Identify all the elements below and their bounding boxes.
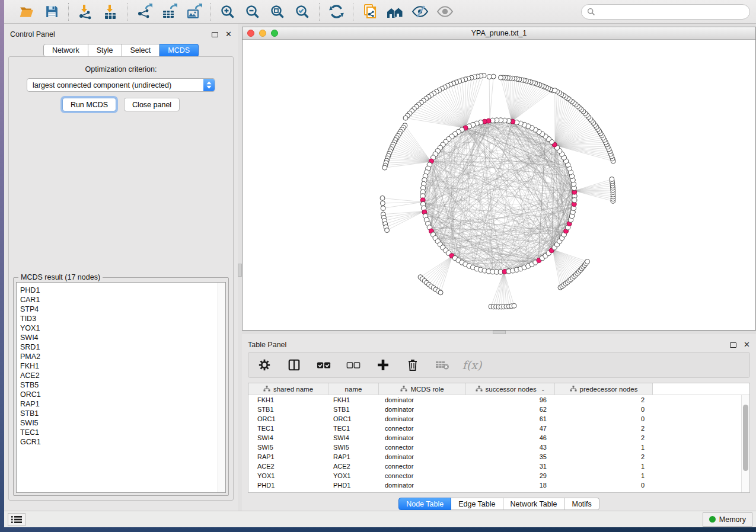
cell-mcds_role[interactable]: connector <box>379 444 466 451</box>
cell-successor_nodes[interactable]: 46 <box>466 434 555 441</box>
result-list-item[interactable]: SWI4 <box>20 333 225 342</box>
cell-successor_nodes[interactable]: 62 <box>466 406 555 413</box>
zoom-in-icon[interactable] <box>219 3 237 21</box>
network-canvas[interactable] <box>243 40 755 330</box>
cell-shared_name[interactable]: ORC1 <box>248 415 328 422</box>
cell-shared_name[interactable]: SWI4 <box>248 434 328 441</box>
deselect-all-checkboxes-icon[interactable] <box>346 357 361 373</box>
cell-successor_nodes[interactable]: 61 <box>466 415 555 422</box>
cell-mcds_role[interactable]: dominator <box>379 453 466 460</box>
column-header-MCDS-role[interactable]: MCDS role <box>379 383 466 395</box>
cell-name[interactable]: PHD1 <box>328 482 379 489</box>
table-row[interactable]: RAP1RAP1dominator352 <box>248 452 741 462</box>
cell-predecessor_nodes[interactable]: 2 <box>555 396 653 403</box>
result-list-item[interactable]: STB5 <box>20 380 225 390</box>
table-row[interactable]: YOX1YOX1connector291 <box>248 471 741 480</box>
result-list-item[interactable]: RAP1 <box>20 399 225 409</box>
cell-mcds_role[interactable]: dominator <box>379 415 466 422</box>
vertical-splitter[interactable] <box>238 24 242 511</box>
export-table-icon[interactable] <box>160 3 178 21</box>
result-list-item[interactable]: PHD1 <box>20 286 225 295</box>
clone-network-icon[interactable] <box>361 3 379 21</box>
task-history-button[interactable] <box>8 513 25 526</box>
cell-name[interactable]: SWI4 <box>328 434 379 441</box>
cell-name[interactable]: TEC1 <box>328 425 379 432</box>
cell-shared_name[interactable]: YOX1 <box>248 472 328 479</box>
export-image-icon[interactable] <box>185 3 203 21</box>
tab-mcds[interactable]: MCDS <box>160 44 199 57</box>
zoom-selected-icon[interactable] <box>294 3 311 21</box>
cell-name[interactable]: ACE2 <box>328 463 379 470</box>
result-list-item[interactable]: SRD1 <box>20 342 225 352</box>
cell-predecessor_nodes[interactable]: 0 <box>555 406 653 413</box>
cell-name[interactable]: RAP1 <box>328 453 379 460</box>
optimization-criterion-dropdown[interactable]: largest connected component (undirected) <box>27 78 215 92</box>
cell-mcds_role[interactable]: dominator <box>379 482 466 489</box>
cell-successor_nodes[interactable]: 43 <box>466 444 555 451</box>
cell-name[interactable]: SWI5 <box>328 444 379 451</box>
cell-successor_nodes[interactable]: 47 <box>466 425 555 432</box>
cell-successor_nodes[interactable]: 29 <box>466 472 555 479</box>
control-panel-float-icon[interactable] <box>212 32 218 37</box>
table-panel-float-icon[interactable] <box>730 342 736 348</box>
result-list-item[interactable]: YOX1 <box>20 323 225 333</box>
table-row[interactable]: SWI5SWI5connector431 <box>248 443 741 452</box>
cell-shared_name[interactable]: PHD1 <box>248 482 328 489</box>
cell-predecessor_nodes[interactable]: 0 <box>555 415 653 422</box>
tab-select[interactable]: Select <box>122 44 160 57</box>
column-header-name[interactable]: name <box>328 383 379 395</box>
cell-successor_nodes[interactable]: 31 <box>466 463 555 470</box>
close-panel-button[interactable]: Close panel <box>124 98 180 111</box>
add-column-icon[interactable] <box>375 357 391 373</box>
cell-successor_nodes[interactable]: 96 <box>466 396 555 403</box>
result-list-item[interactable]: TID3 <box>20 314 225 323</box>
cell-predecessor_nodes[interactable]: 0 <box>555 482 653 489</box>
table-scrollbar-thumb[interactable] <box>743 405 748 471</box>
cell-successor_nodes[interactable]: 18 <box>466 482 555 489</box>
open-file-icon[interactable] <box>18 3 36 21</box>
table-row[interactable]: TEC1TEC1connector472 <box>248 424 741 433</box>
cell-name[interactable]: YOX1 <box>328 472 379 479</box>
table-row[interactable]: ORC1ORC1dominator610 <box>248 414 741 424</box>
result-list-item[interactable]: STB1 <box>20 409 225 418</box>
cell-mcds_role[interactable]: connector <box>379 463 466 470</box>
cell-predecessor_nodes[interactable]: 2 <box>555 453 653 460</box>
vertical-splitter-handle[interactable] <box>238 264 242 277</box>
tab-style[interactable]: Style <box>88 44 122 57</box>
cell-shared_name[interactable]: RAP1 <box>248 453 328 460</box>
tab-node-table[interactable]: Node Table <box>398 498 451 510</box>
import-network-icon[interactable] <box>76 3 94 21</box>
settings-gear-icon[interactable] <box>257 357 272 373</box>
cell-mcds_role[interactable]: connector <box>379 472 466 479</box>
network-view-titlebar[interactable]: YPA_prune.txt_1 <box>243 27 755 40</box>
table-row[interactable]: STB1STB1dominator620 <box>248 405 741 414</box>
column-layout-icon[interactable] <box>286 357 302 373</box>
tab-edge-table[interactable]: Edge Table <box>451 498 503 510</box>
cell-successor_nodes[interactable]: 35 <box>466 453 555 460</box>
result-list-item[interactable]: ORC1 <box>20 390 225 399</box>
first-neighbors-icon[interactable] <box>386 3 404 21</box>
tab-motifs[interactable]: Motifs <box>564 498 599 510</box>
cell-shared_name[interactable]: SWI5 <box>248 444 328 451</box>
cell-name[interactable]: STB1 <box>328 406 379 413</box>
run-mcds-button[interactable]: Run MCDS <box>62 98 116 111</box>
table-row[interactable]: PHD1PHD1dominator180 <box>248 480 741 490</box>
mcds-result-list[interactable]: PHD1CAR1STP4TID3YOX1SWI4SRD1PMA2FKH1ACE2… <box>16 282 226 493</box>
export-network-icon[interactable] <box>135 3 153 21</box>
zoom-fit-icon[interactable] <box>269 3 286 21</box>
memory-button[interactable]: Memory <box>703 512 752 527</box>
result-list-item[interactable]: SWI5 <box>20 418 225 428</box>
cell-mcds_role[interactable]: dominator <box>379 396 466 403</box>
cell-mcds_role[interactable]: dominator <box>379 434 466 441</box>
cell-shared_name[interactable]: STB1 <box>248 406 328 413</box>
cell-shared_name[interactable]: TEC1 <box>248 425 328 432</box>
refresh-layout-icon[interactable] <box>327 3 345 21</box>
table-scrollbar[interactable] <box>741 395 749 492</box>
search-input[interactable] <box>599 8 744 16</box>
result-list-item[interactable]: STP4 <box>20 305 225 314</box>
cell-predecessor_nodes[interactable]: 2 <box>555 434 653 441</box>
hide-selected-icon[interactable] <box>411 3 429 21</box>
table-row[interactable]: ACE2ACE2connector311 <box>248 462 741 471</box>
cell-predecessor_nodes[interactable]: 2 <box>555 425 653 432</box>
cell-name[interactable]: ORC1 <box>328 415 379 422</box>
